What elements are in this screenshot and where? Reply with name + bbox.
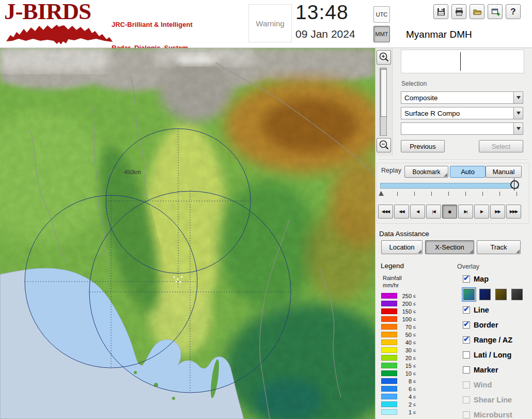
export-button[interactable] <box>488 4 503 19</box>
product-combobox[interactable]: Composite <box>401 91 523 104</box>
overlay-item-range-az[interactable]: Range / AZ <box>463 334 531 346</box>
legend-lte-symbol[interactable]: ≤ <box>413 379 416 384</box>
overlay-item-map[interactable]: Map <box>463 273 531 285</box>
overlay-item-microburst[interactable]: Microburst <box>463 409 531 419</box>
map-style-navy[interactable] <box>479 289 491 300</box>
manual-button[interactable]: Manual <box>486 166 522 178</box>
select-button[interactable]: Select <box>479 140 523 152</box>
print-button[interactable] <box>451 4 466 19</box>
overlay-item-label: Lati / Long <box>474 351 511 359</box>
skip-first-button[interactable]: ◀◀◀ <box>378 205 393 219</box>
extra-combobox[interactable] <box>401 122 523 135</box>
checkbox-shear-line[interactable] <box>463 396 470 404</box>
legend-value: 40 <box>397 339 413 346</box>
overlay-item-label: Shear Line <box>474 396 512 404</box>
bookmark-button[interactable]: Bookmark <box>404 166 448 178</box>
legend-lte-symbol[interactable]: ≤ <box>413 394 416 399</box>
legend-lte-symbol[interactable]: ≤ <box>413 332 416 337</box>
overlay-item-shear-line[interactable]: Shear Line <box>463 394 531 406</box>
radar-map[interactable]: 450km <box>0 48 375 419</box>
checkbox-marker[interactable] <box>463 366 470 374</box>
legend-lte-symbol[interactable]: ≤ <box>413 340 416 345</box>
rainfall-legend: 250≤200≤150≤100≤70≤50≤40≤30≤20≤15≤10≤8≤6… <box>381 292 416 416</box>
legend-value: 2 <box>397 401 413 408</box>
legend-lte-symbol[interactable]: ≤ <box>413 371 416 376</box>
stop-button[interactable]: ■ <box>442 205 457 219</box>
legend-lte-symbol[interactable]: ≤ <box>413 386 416 392</box>
zoom-slider[interactable] <box>380 68 387 136</box>
map-style-dark[interactable] <box>511 289 523 300</box>
zoom-in-button[interactable] <box>377 50 391 65</box>
legend-lte-symbol[interactable]: ≤ <box>413 410 416 415</box>
warning-button[interactable]: Warning <box>248 4 292 42</box>
legend-lte-symbol[interactable]: ≤ <box>413 301 416 306</box>
print-icon <box>455 7 464 17</box>
chevron-down-icon[interactable] <box>513 107 523 119</box>
overlay-item-lati-long[interactable]: Lati / Long <box>463 349 531 361</box>
fast-forward-button[interactable]: ▶▶ <box>490 205 505 219</box>
legend-row: 50≤ <box>381 331 416 338</box>
selection-label: Selection <box>401 80 427 87</box>
legend-lte-symbol[interactable]: ≤ <box>413 402 416 407</box>
location-button[interactable]: Location <box>381 240 423 254</box>
auto-button[interactable]: Auto <box>450 166 486 178</box>
logo-title: J-BIRDS <box>4 0 91 25</box>
jbirds-app: J-BIRDS JRC-Brilliant & Intelligent Rada… <box>0 0 532 419</box>
clock-date: 09 Jan 2024 <box>295 28 355 40</box>
legend-lte-symbol[interactable]: ≤ <box>413 324 416 330</box>
overlay-item-label: Line <box>474 306 489 314</box>
checkbox-border[interactable] <box>463 321 470 329</box>
fast-rewind-button[interactable]: ◀◀ <box>394 205 409 219</box>
legend-color-swatch <box>381 316 397 322</box>
legend-value: 150 <box>397 308 413 315</box>
step-back-button[interactable]: |◀ <box>426 205 441 219</box>
legend-value: 1 <box>397 409 413 415</box>
checkbox-wind[interactable] <box>463 381 470 389</box>
zoom-slider-thumb[interactable] <box>381 69 387 117</box>
skip-last-button[interactable]: ▶▶▶ <box>506 205 521 219</box>
play-button[interactable]: ▶ <box>474 205 489 219</box>
mmt-button[interactable]: MMT <box>373 26 390 42</box>
checkbox-microburst[interactable] <box>463 411 470 418</box>
previous-button[interactable]: Previous <box>401 140 445 152</box>
separator <box>379 160 528 161</box>
utc-button[interactable]: UTC <box>373 6 390 23</box>
map-style-terrain[interactable] <box>463 289 475 300</box>
legend-lte-symbol[interactable]: ≤ <box>413 348 416 353</box>
legend-lte-symbol[interactable]: ≤ <box>413 363 416 368</box>
status-box[interactable] <box>401 50 524 73</box>
chevron-down-icon[interactable] <box>513 92 523 103</box>
overlay-item-wind[interactable]: Wind <box>463 379 531 391</box>
legend-row: 250≤ <box>381 292 416 300</box>
zoom-out-button[interactable] <box>377 138 391 152</box>
overlay-item-line[interactable]: Line <box>463 304 531 316</box>
checkbox-lati-long[interactable] <box>463 351 470 359</box>
legend-lte-symbol[interactable]: ≤ <box>413 355 416 361</box>
checkbox-map[interactable] <box>463 275 470 283</box>
step-forward-button[interactable]: ▶| <box>458 205 473 219</box>
legend-lte-symbol[interactable]: ≤ <box>413 317 416 322</box>
overlay-item-border[interactable]: Border <box>463 319 531 331</box>
replay-slider[interactable] <box>380 183 519 189</box>
replay-slider-thumb[interactable] <box>510 180 519 189</box>
mode-combobox[interactable]: Surface R Compo <box>401 107 523 119</box>
legend-lte-symbol[interactable]: ≤ <box>413 309 416 314</box>
reverse-play-button[interactable]: ◀ <box>410 205 425 219</box>
map-style-olive[interactable] <box>495 289 507 300</box>
track-button[interactable]: Track <box>477 240 521 254</box>
legend-value: 20 <box>397 355 413 361</box>
checkbox-range-az[interactable] <box>463 336 470 344</box>
legend-value: 200 <box>397 301 413 307</box>
save-button[interactable] <box>433 4 448 19</box>
checkbox-line[interactable] <box>463 306 470 314</box>
chevron-down-icon[interactable] <box>513 123 523 134</box>
legend-lte-symbol[interactable]: ≤ <box>413 293 416 299</box>
x-section-button[interactable]: X-Section <box>425 240 474 254</box>
open-button[interactable] <box>470 4 484 19</box>
help-button[interactable]: ? <box>506 4 521 19</box>
legend-value: 15 <box>397 363 413 369</box>
legend-value: 4 <box>397 394 413 400</box>
legend-label: Legend <box>381 262 404 270</box>
overlay-item-marker[interactable]: Marker <box>463 364 531 376</box>
data-assistance-buttons: LocationX-SectionTrack <box>381 240 521 254</box>
